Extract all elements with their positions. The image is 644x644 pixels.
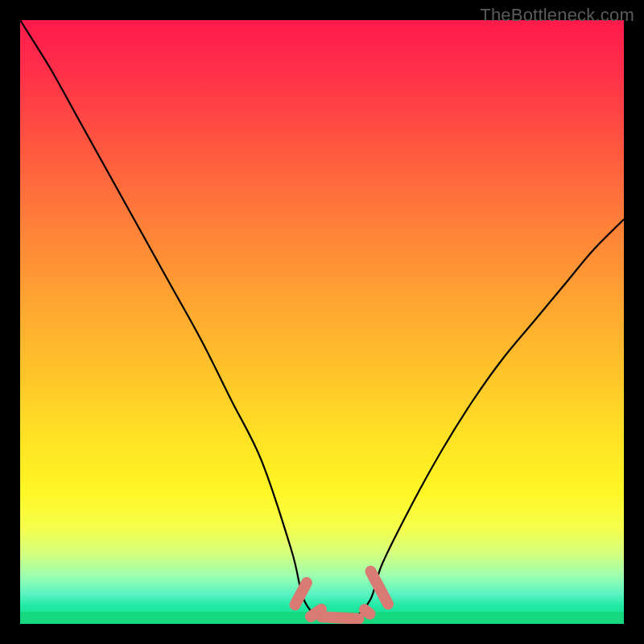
bottleneck-curve-path: [20, 20, 624, 620]
curve-svg-layer: [20, 20, 624, 624]
watermark-text: TheBottleneck.com: [480, 5, 634, 26]
chart-frame: TheBottleneck.com: [0, 0, 644, 644]
valley-marker-0: [287, 575, 314, 612]
plot-area: [20, 20, 624, 624]
valley-marker-2: [316, 611, 365, 624]
